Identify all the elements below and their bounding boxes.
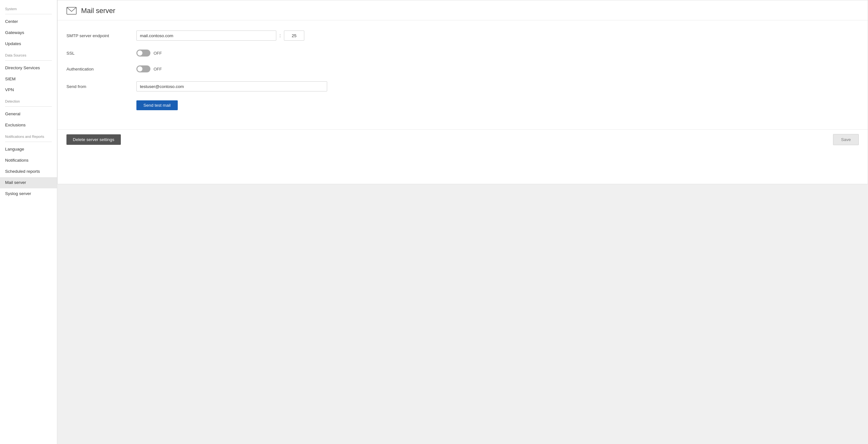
send-test-mail-button[interactable]: Send test mail <box>136 100 178 110</box>
sidebar-item-language[interactable]: Language <box>0 144 57 155</box>
sidebar-divider-notifications-reports <box>5 142 52 142</box>
ssl-toggle[interactable] <box>136 49 150 57</box>
smtp-endpoint-group: : <box>136 31 304 41</box>
content-panel: Mail server SMTP server endpoint : SSL <box>57 0 868 184</box>
mail-icon <box>66 7 76 14</box>
smtp-label: SMTP server endpoint <box>66 33 136 38</box>
sidebar-item-mail-server[interactable]: Mail server <box>0 177 57 188</box>
sidebar-divider-detection <box>5 106 52 107</box>
colon-separator: : <box>279 33 281 38</box>
main-content: Mail server SMTP server endpoint : SSL <box>57 0 868 444</box>
sidebar-item-exclusions[interactable]: Exclusions <box>0 120 57 131</box>
auth-row: Authentication OFF <box>66 65 859 72</box>
auth-label: Authentication <box>66 67 136 71</box>
smtp-row: SMTP server endpoint : <box>66 31 859 41</box>
sidebar-item-general[interactable]: General <box>0 109 57 120</box>
send-from-row: Send from <box>66 81 859 92</box>
sidebar-section-system: System <box>0 3 57 12</box>
sidebar-item-notifications[interactable]: Notifications <box>0 155 57 166</box>
auth-state-label: OFF <box>154 67 162 71</box>
sidebar-item-siem[interactable]: SIEM <box>0 74 57 85</box>
delete-server-settings-button[interactable]: Delete server settings <box>66 134 121 145</box>
sidebar: System Center Gateways Updates Data Sour… <box>0 0 57 444</box>
sidebar-divider-data-sources <box>5 60 52 61</box>
ssl-row: SSL OFF <box>66 49 859 57</box>
ssl-toggle-thumb <box>137 50 143 56</box>
form-area: SMTP server endpoint : SSL OFF <box>58 20 868 129</box>
ssl-label: SSL <box>66 51 136 56</box>
sidebar-section-notifications-reports: Notifications and Reports <box>0 131 57 140</box>
send-from-input[interactable] <box>136 81 327 92</box>
ssl-state-label: OFF <box>154 51 162 56</box>
auth-toggle-container: OFF <box>136 65 162 72</box>
auth-toggle[interactable] <box>136 65 150 72</box>
sidebar-section-data-sources: Data Sources <box>0 49 57 59</box>
save-button[interactable]: Save <box>833 134 859 145</box>
sidebar-item-vpn[interactable]: VPN <box>0 84 57 96</box>
ssl-toggle-container: OFF <box>136 49 162 57</box>
sidebar-item-gateways[interactable]: Gateways <box>0 27 57 38</box>
auth-toggle-thumb <box>137 66 143 71</box>
auth-toggle-track <box>136 65 150 72</box>
ssl-toggle-track <box>136 49 150 57</box>
send-test-row: Send test mail <box>136 100 859 110</box>
sidebar-item-center[interactable]: Center <box>0 16 57 27</box>
smtp-port-input[interactable] <box>284 31 304 41</box>
sidebar-item-scheduled-reports[interactable]: Scheduled reports <box>0 166 57 177</box>
sidebar-item-updates[interactable]: Updates <box>0 38 57 49</box>
panel-header: Mail server <box>58 0 868 20</box>
page-title: Mail server <box>81 7 116 15</box>
panel-footer: Delete server settings Save <box>58 129 868 149</box>
smtp-host-input[interactable] <box>136 31 276 41</box>
sidebar-section-detection: Detection <box>0 96 57 104</box>
send-from-label: Send from <box>66 84 136 89</box>
sidebar-item-directory-services[interactable]: Directory Services <box>0 63 57 74</box>
sidebar-item-syslog-server[interactable]: Syslog server <box>0 188 57 200</box>
